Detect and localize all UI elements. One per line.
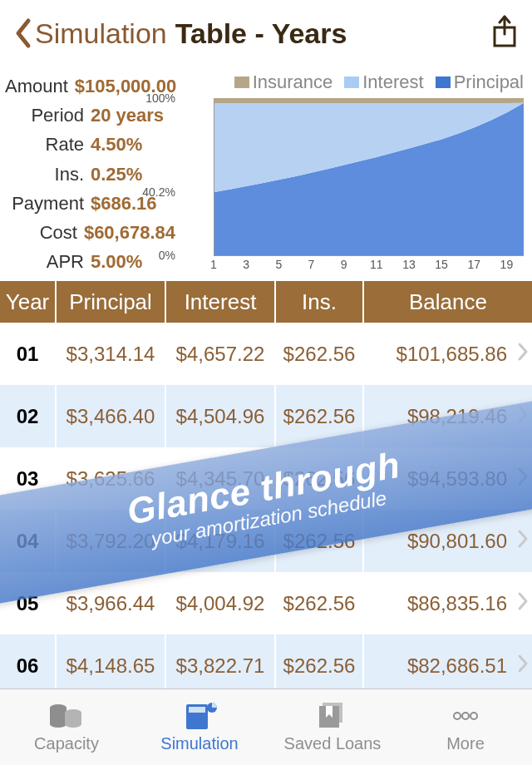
svg-point-4 [50, 721, 66, 728]
cell-principal: $3,466.40 [57, 385, 166, 447]
chart-legend: Insurance Interest Principal [175, 72, 524, 98]
th-ins: Ins. [276, 281, 364, 323]
calculator-icon [181, 701, 218, 731]
tab-capacity-label: Capacity [34, 734, 99, 753]
th-interest: Interest [166, 281, 276, 323]
cell-interest: $4,004.92 [166, 572, 276, 634]
chevron-right-icon [517, 653, 529, 679]
svg-point-7 [65, 721, 81, 728]
x-tick-label: 15 [435, 258, 448, 271]
x-tick-label: 5 [275, 258, 282, 271]
legend-principal: Principal [454, 72, 524, 93]
chevron-right-icon [517, 528, 529, 555]
tab-capacity[interactable]: Capacity [0, 689, 133, 765]
x-tick-label: 1 [210, 258, 217, 271]
ins-value: 0.25% [91, 160, 142, 189]
chevron-right-icon [517, 590, 529, 617]
rate-value: 4.50% [91, 130, 142, 159]
x-tick-label: 7 [308, 258, 315, 271]
legend-swatch-principal [436, 76, 451, 88]
chevron-right-icon [517, 341, 529, 368]
svg-rect-9 [189, 707, 205, 713]
y-tick-label: 100% [140, 91, 175, 105]
svg-point-14 [454, 713, 461, 719]
tab-saved-loans[interactable]: Saved Loans [266, 689, 399, 765]
tab-more[interactable]: More [399, 689, 532, 765]
tab-bar: Capacity Simulation Saved Loans [0, 688, 532, 765]
back-label: Simulation [35, 17, 167, 50]
tab-saved-label: Saved Loans [284, 734, 382, 753]
x-tick-label: 13 [402, 258, 416, 271]
y-tick-label: 40.2% [140, 185, 175, 199]
x-tick-label: 17 [467, 258, 480, 271]
more-icon [447, 701, 484, 731]
cell-year: 01 [0, 323, 57, 385]
th-year: Year [0, 281, 57, 323]
table-header: Year Principal Interest Ins. Balance [0, 281, 532, 323]
cell-balance: $101,685.86 [364, 323, 532, 385]
share-icon [490, 14, 519, 49]
ins-label: Ins. [5, 160, 84, 189]
y-tick-label: 0% [140, 249, 175, 262]
legend-swatch-insurance [234, 76, 249, 88]
payment-label: Payment [5, 189, 84, 218]
cell-principal: $3,314.14 [57, 323, 166, 385]
tab-simulation-label: Simulation [160, 734, 238, 753]
cell-balance: $86,835.16 [364, 572, 532, 634]
cell-interest: $4,657.22 [166, 323, 276, 385]
chart-plot [214, 98, 524, 256]
x-tick-label: 9 [341, 258, 347, 271]
tab-simulation[interactable]: Simulation [133, 689, 266, 765]
cell-principal: $4,148.65 [57, 634, 166, 688]
cell-year: 06 [0, 634, 57, 688]
cell-year: 02 [0, 385, 57, 447]
th-principal: Principal [57, 281, 166, 323]
apr-label: APR [5, 247, 84, 276]
cost-label: Cost [5, 218, 77, 247]
coins-icon [48, 701, 85, 731]
navbar: Simulation Table - Years [0, 0, 532, 67]
period-value: 20 years [91, 101, 164, 130]
svg-point-15 [462, 713, 469, 719]
chevron-left-icon [13, 17, 32, 49]
cell-ins: $262.56 [276, 634, 364, 688]
rate-label: Rate [5, 130, 84, 159]
cell-ins: $262.56 [276, 323, 364, 385]
table-row[interactable]: 06$4,148.65$3,822.71$262.56$82,686.51 [0, 634, 532, 688]
cost-value: $60,678.84 [84, 218, 175, 247]
cell-ins: $262.56 [276, 572, 364, 634]
cell-interest: $3,822.71 [166, 634, 276, 688]
table-row[interactable]: 01$3,314.14$4,657.22$262.56$101,685.86 [0, 323, 532, 385]
legend-swatch-interest [344, 76, 359, 88]
share-button[interactable] [490, 14, 519, 52]
chart-x-labels: 135791113151719 [214, 258, 524, 273]
cell-interest: $4,504.96 [166, 385, 276, 447]
apr-value: 5.00% [91, 247, 142, 276]
page-title: Table - Years [175, 17, 347, 50]
bookmark-stack-icon [314, 701, 351, 731]
x-tick-label: 11 [370, 258, 383, 271]
period-label: Period [5, 101, 84, 130]
amount-label: Amount [5, 72, 68, 101]
svg-point-16 [470, 713, 477, 719]
x-tick-label: 19 [500, 258, 514, 271]
cell-balance: $82,686.51 [364, 634, 532, 688]
back-button[interactable]: Simulation [13, 17, 167, 50]
legend-interest: Interest [362, 72, 423, 93]
composition-chart: Insurance Interest Principal 0%40.2%100%… [175, 72, 524, 276]
th-balance: Balance [364, 281, 532, 323]
legend-insurance: Insurance [253, 72, 333, 93]
tab-more-label: More [446, 734, 485, 753]
x-tick-label: 3 [243, 258, 249, 271]
summary-section: Amount$105,000.00 Period20 years Rate4.5… [0, 67, 532, 281]
